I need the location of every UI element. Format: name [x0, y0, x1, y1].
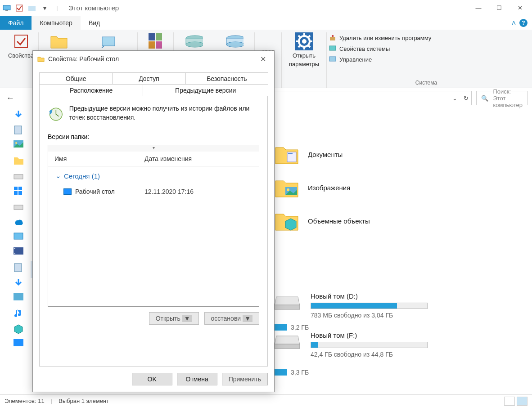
maximize-button[interactable]: ☐	[489, 1, 509, 15]
folder-3dobjects[interactable]: Объемные объекты	[275, 210, 523, 231]
drive-icon[interactable]	[14, 171, 23, 181]
svg-rect-28	[329, 46, 336, 50]
thispc-icon[interactable]	[14, 232, 23, 242]
qat-computer-icon	[2, 3, 12, 13]
minimize-button[interactable]: —	[468, 1, 489, 15]
svg-rect-42	[14, 253, 15, 254]
tab-computer[interactable]: Компьютер	[32, 16, 80, 30]
tab-location[interactable]: Расположение	[39, 84, 143, 96]
video-icon[interactable]	[14, 247, 23, 257]
view-tiles-button[interactable]	[517, 397, 527, 406]
list-resize-handle[interactable]: ▾	[48, 145, 259, 152]
search-input[interactable]: 🔍 Поиск: Этот компьютер	[476, 91, 527, 105]
open-settings-button[interactable]: Открыть параметры	[286, 32, 322, 67]
svg-rect-35	[18, 187, 22, 190]
view-details-button[interactable]	[504, 397, 515, 406]
svg-rect-29	[329, 57, 336, 61]
onedrive-icon[interactable]	[14, 217, 23, 227]
folder-icon[interactable]	[14, 156, 23, 165]
tab-security[interactable]: Безопасность	[185, 72, 268, 85]
svg-point-32	[15, 142, 17, 144]
content-area: Документы Изображения Объемные объекты Н…	[275, 144, 523, 358]
tiles-icon[interactable]	[14, 186, 23, 196]
svg-rect-36	[14, 191, 18, 195]
close-button[interactable]: ✕	[509, 1, 530, 15]
tab-file[interactable]: Файл	[0, 16, 32, 30]
svg-point-49	[287, 188, 289, 191]
svg-rect-26	[330, 37, 335, 40]
desktop-icon[interactable]	[14, 339, 23, 349]
nav-sidebar	[4, 110, 30, 349]
search-icon: 🔍	[481, 95, 488, 102]
svg-rect-37	[18, 191, 22, 195]
svg-rect-33	[14, 174, 23, 179]
sysprops-icon	[329, 45, 337, 53]
tab-pane: Предыдущие версии можно получить из исто…	[39, 96, 268, 367]
document-icon[interactable]	[14, 125, 23, 135]
svg-rect-47	[288, 153, 293, 154]
svg-rect-6	[156, 33, 162, 40]
tab-previous[interactable]: Предыдущие версии	[143, 84, 268, 96]
music-icon[interactable]	[14, 309, 23, 318]
back-button[interactable]: ←	[5, 91, 16, 105]
link-system-props[interactable]: Свойства системы	[329, 43, 390, 54]
drive-f[interactable]: Новый том (F:) 42,4 ГБ свободно из 44,8 …	[275, 331, 523, 358]
svg-rect-34	[14, 187, 18, 190]
ribbon-media-icon[interactable]	[147, 32, 165, 50]
link-uninstall[interactable]: Удалить или изменить программу	[329, 32, 431, 43]
desktop-icon	[63, 188, 72, 195]
folder-icon	[275, 177, 299, 198]
qat-checkbox-icon[interactable]	[14, 3, 24, 13]
tab-general[interactable]: Общие	[39, 72, 113, 85]
picture-icon[interactable]	[14, 140, 23, 150]
ribbon-network-icon[interactable]	[225, 32, 243, 50]
status-bar: Элементов: 11 | Выбран 1 элемент	[0, 394, 532, 407]
downloads-icon[interactable]	[14, 110, 23, 120]
svg-rect-4	[15, 35, 27, 48]
collapse-ribbon-icon[interactable]: ᐱ	[512, 20, 516, 27]
ribbon-folder-icon[interactable]	[50, 32, 68, 50]
list-row[interactable]: Рабочий стол 12.11.2020 17:16	[48, 185, 259, 198]
ok-button[interactable]: OK	[132, 373, 172, 385]
picture2-icon[interactable]	[14, 293, 23, 303]
svg-rect-43	[14, 264, 22, 272]
apply-button[interactable]: Применить	[222, 373, 268, 385]
address-dropdown-icon[interactable]: ⌄	[452, 95, 457, 102]
col-date[interactable]: Дата изменения	[138, 152, 198, 166]
hdd-icon	[275, 292, 300, 310]
doc2-icon[interactable]	[14, 263, 23, 273]
refresh-icon[interactable]: ↻	[464, 95, 469, 102]
svg-rect-39	[14, 233, 23, 239]
open-button[interactable]: Открыть▼	[149, 312, 199, 325]
dialog-folder-icon	[37, 56, 45, 62]
svg-line-21	[298, 36, 300, 37]
help-icon[interactable]: ?	[519, 19, 527, 27]
folder-pictures[interactable]: Изображения	[275, 177, 523, 198]
dialog-close-button[interactable]: ✕	[257, 53, 270, 65]
drive-d[interactable]: Новый том (D:) 783 МБ свободно из 3,04 Г…	[275, 292, 523, 319]
history-icon	[48, 104, 63, 124]
ribbon-link-icon[interactable]	[99, 32, 117, 50]
uninstall-icon	[329, 34, 337, 42]
folder-icon	[275, 144, 299, 165]
list-group-today[interactable]: ⌄ Сегодня (1)	[48, 166, 259, 185]
svg-rect-8	[156, 41, 162, 49]
cancel-button[interactable]: Отмена	[177, 373, 217, 385]
tab-sharing[interactable]: Доступ	[112, 72, 185, 85]
folder-documents[interactable]: Документы	[275, 144, 523, 165]
qat-dropdown-icon[interactable]: ▾	[40, 3, 50, 13]
drive2-icon[interactable]	[14, 201, 23, 211]
qat-folder-icon[interactable]	[27, 3, 37, 13]
downloads2-icon[interactable]	[14, 278, 23, 288]
svg-rect-50	[275, 305, 300, 309]
object3d-icon[interactable]	[14, 324, 23, 334]
svg-rect-51	[275, 344, 300, 349]
drive-d-bar	[311, 303, 428, 309]
ribbon-drive-icon[interactable]	[185, 32, 203, 50]
tab-view[interactable]: Вид	[81, 16, 108, 30]
properties-label: Свойства	[8, 52, 34, 59]
restore-button[interactable]: осстанови▼	[204, 312, 259, 325]
col-name[interactable]: Имя	[48, 152, 138, 166]
link-manage[interactable]: Управление	[329, 54, 372, 65]
versions-list[interactable]: ▾ Имя Дата изменения ⌄ Сегодня (1) Рабоч…	[48, 145, 259, 307]
